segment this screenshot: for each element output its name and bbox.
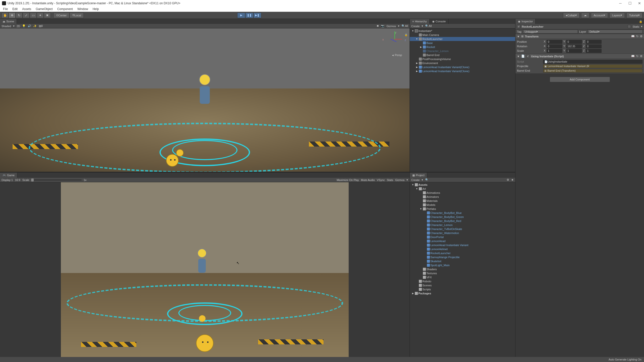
fx-toggle[interactable]: ✨ <box>33 24 37 28</box>
close-button[interactable]: ✕ <box>637 1 642 6</box>
account-button[interactable]: Account ▾ <box>591 13 608 18</box>
project-tree[interactable]: ▼Assets▼ArtAnimationsAnimatorsMaterialsM… <box>410 182 515 357</box>
project-item[interactable]: Roboto <box>410 279 515 283</box>
project-item[interactable]: Character_BodyBot_Blue <box>410 211 515 215</box>
lock-icon[interactable]: 🔒 <box>405 33 408 36</box>
menu-file[interactable]: File <box>1 7 10 11</box>
project-item[interactable]: Character_BodyBot_Red <box>410 219 515 223</box>
perspective-label[interactable]: ◄ Persp <box>392 54 402 57</box>
position-z-field[interactable] <box>586 40 601 44</box>
project-create-dropdown[interactable]: Create <box>411 178 420 182</box>
project-item[interactable]: Shaders <box>410 267 515 271</box>
cloud-button[interactable]: ☁ <box>581 13 589 18</box>
hierarchy-search[interactable]: 🔍All <box>425 24 432 28</box>
project-item[interactable]: Materials <box>410 199 515 203</box>
projectile-field[interactable]: ▣ LemonHead Instantiate Variant (R <box>543 64 642 68</box>
project-item[interactable]: Animations <box>410 191 515 195</box>
hidden-icon[interactable]: ✖ <box>377 24 379 28</box>
project-item[interactable]: ▼Assets <box>410 183 515 187</box>
scale-z-field[interactable] <box>586 49 601 53</box>
hierarchy-item[interactable]: ▶LemonHead Instantiate Variant(Clone) <box>410 65 515 69</box>
hierarchy-item[interactable]: ▼Instantiate* <box>410 29 515 33</box>
gameobject-name-field[interactable]: RocketLauncher <box>522 25 626 28</box>
script-component-header[interactable]: ▼ 📄 Using Instantiate (Script) 📖 ↻ ⚙ <box>515 54 644 59</box>
scene-camera-icon[interactable]: ▤0 <box>39 24 43 28</box>
project-item[interactable]: SpotLight_Main <box>410 263 515 267</box>
project-search[interactable]: 🔍 <box>425 178 429 182</box>
hierarchy-create-dropdown[interactable]: Create <box>411 25 420 28</box>
aspect-dropdown[interactable]: 16:9 <box>15 178 20 182</box>
hierarchy-item[interactable]: Barrel End <box>410 53 515 57</box>
play-button[interactable]: ▶ <box>237 13 245 18</box>
transform-component-header[interactable]: ▼⊞ Transform 📖 ↻ ⚙ <box>515 34 644 39</box>
transform-docs-icon[interactable]: 📖 <box>631 35 635 38</box>
scale-y-field[interactable] <box>566 49 582 53</box>
project-item[interactable]: Character_BodyBot_Green <box>410 215 515 219</box>
menu-assets[interactable]: Assets <box>20 7 33 11</box>
project-tab[interactable]: ▦ Project <box>410 173 427 178</box>
script-reset-icon[interactable]: ↻ <box>636 55 638 58</box>
axis-gizmo[interactable]: y x z <box>384 31 405 52</box>
hierarchy-tab[interactable]: ≡ Hierarchy <box>410 19 430 24</box>
2d-toggle[interactable]: 2D <box>17 25 20 28</box>
pivot-rotation-button[interactable]: ⟲Local <box>69 13 84 18</box>
project-item[interactable]: Textures <box>410 271 515 275</box>
hierarchy-item[interactable]: ▶Rocket <box>410 45 515 49</box>
project-item[interactable]: Character_Watermelon <box>410 231 515 235</box>
tag-dropdown[interactable]: Untagged ▾ <box>523 30 578 33</box>
script-enabled-checkbox[interactable] <box>526 55 530 58</box>
hierarchy-item[interactable]: ▶Environment <box>410 61 515 65</box>
project-item[interactable]: DoorPortal <box>410 235 515 239</box>
position-y-field[interactable] <box>566 40 582 44</box>
transform-settings-icon[interactable]: ⚙ <box>640 35 642 38</box>
mute-toggle[interactable]: Mute Audio <box>361 178 375 182</box>
gizmos-dropdown[interactable]: Gizmos <box>386 25 396 28</box>
project-item[interactable]: ▶Packages <box>410 291 515 295</box>
project-item[interactable]: LemonHead Instantiate Variant <box>410 243 515 247</box>
hierarchy-item[interactable]: ▼RocketLauncher <box>410 37 515 41</box>
project-item[interactable]: Models <box>410 203 515 207</box>
inspector-lock-icon[interactable]: 🔒 <box>637 20 644 23</box>
project-item[interactable]: LemonHelmet <box>410 247 515 251</box>
shading-mode-dropdown[interactable]: Shaded <box>2 25 11 28</box>
hierarchy-item[interactable]: ▶LemonHead Instantiate Variant(Clone) <box>410 69 515 73</box>
project-item[interactable]: VFX <box>410 275 515 279</box>
project-item[interactable]: Scripts <box>410 287 515 291</box>
move-tool[interactable]: ✥ <box>9 13 16 18</box>
lighting-toggle[interactable]: 💡 <box>22 24 26 28</box>
project-item[interactable]: LemonHead <box>410 239 515 243</box>
add-component-button[interactable]: Add Component <box>550 77 610 82</box>
hierarchy-item[interactable]: Base <box>410 41 515 45</box>
scale-x-field[interactable] <box>547 49 562 53</box>
scene-tab[interactable]: ⛰ Scene <box>0 19 17 24</box>
script-settings-icon[interactable]: ⚙ <box>640 55 642 58</box>
layers-button[interactable]: Layers ▾ <box>610 13 625 18</box>
position-x-field[interactable] <box>547 40 562 44</box>
scene-view[interactable]: y x z 🔒 ◄ Persp <box>0 28 410 172</box>
stats-toggle[interactable]: Stats <box>387 178 393 182</box>
menu-component[interactable]: Component <box>55 7 75 11</box>
barrel-end-field[interactable]: ⊞ Barrel End (Transform) <box>543 69 642 73</box>
game-tab[interactable]: 🎮 Game <box>0 173 17 178</box>
project-item[interactable]: Samophlange Projectile <box>410 255 515 259</box>
script-docs-icon[interactable]: 📖 <box>631 55 635 58</box>
scale-tool[interactable]: ⤢ <box>23 13 30 18</box>
layer-dropdown[interactable]: Default ▾ <box>588 30 642 33</box>
inspector-tab[interactable]: ◉ Inspector <box>515 19 536 24</box>
menu-window[interactable]: Window <box>75 7 90 11</box>
scale-slider[interactable] <box>31 179 82 180</box>
maximize-toggle[interactable]: Maximize On Play <box>337 178 359 182</box>
menu-gameobject[interactable]: GameObject <box>34 7 55 11</box>
rotation-x-field[interactable] <box>547 44 562 48</box>
project-item[interactable]: Scenes <box>410 283 515 287</box>
static-checkbox[interactable] <box>628 25 631 28</box>
step-button[interactable]: ▶❚ <box>253 13 261 18</box>
project-item[interactable]: Skatebot <box>410 259 515 263</box>
custom-tool[interactable]: ✖ <box>44 13 51 18</box>
project-item[interactable]: Character_TvBotOnSkate <box>410 227 515 231</box>
lighting-status[interactable]: Auto Generate Lighting On <box>609 358 641 361</box>
project-item[interactable]: ▼Art <box>410 187 515 191</box>
rotation-z-field[interactable] <box>586 44 601 48</box>
display-dropdown[interactable]: Display 1 <box>2 178 13 182</box>
vsync-toggle[interactable]: VSync <box>377 178 385 182</box>
